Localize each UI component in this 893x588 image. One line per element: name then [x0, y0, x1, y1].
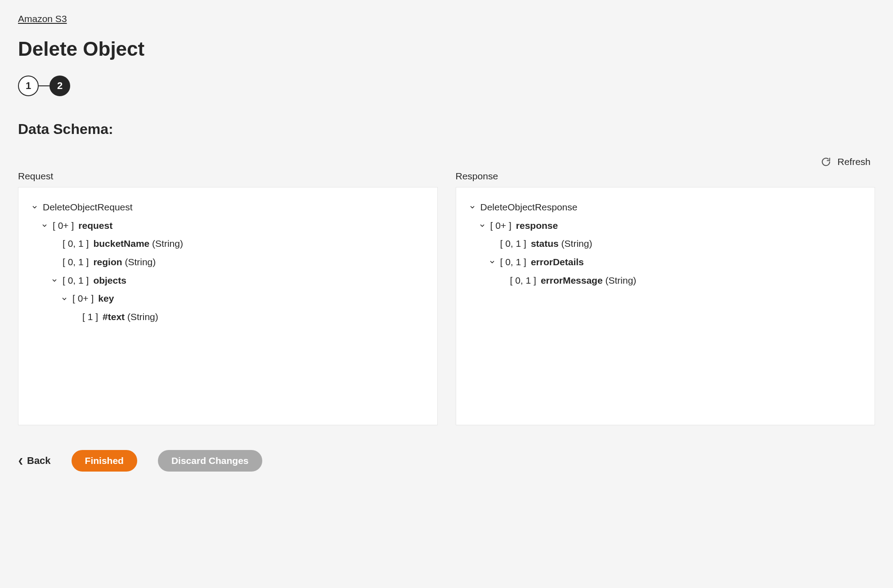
- tree-occurrence: [ 0, 1 ]: [500, 236, 526, 252]
- tree-occurrence: [ 0, 1 ]: [63, 273, 89, 289]
- tree-field-name: request: [78, 218, 112, 234]
- page-title: Delete Object: [18, 38, 875, 60]
- tree-row-objects[interactable]: [ 0, 1 ] objects: [31, 272, 425, 290]
- chevron-down-icon[interactable]: [31, 204, 38, 211]
- tree-row-status[interactable]: [ 0, 1 ] status (String): [469, 235, 862, 253]
- section-title: Data Schema:: [18, 121, 875, 138]
- refresh-icon: [821, 157, 831, 167]
- response-panel: DeleteObjectResponse [ 0+ ] response [ 0…: [456, 187, 875, 425]
- tree-row-text[interactable]: [ 1 ] #text (String): [31, 308, 425, 326]
- chevron-down-icon[interactable]: [51, 277, 58, 284]
- tree-row-key[interactable]: [ 0+ ] key: [31, 290, 425, 308]
- refresh-label: Refresh: [837, 156, 871, 167]
- tree-field-name: bucketName: [93, 238, 149, 249]
- request-column: Request DeleteObjectRequest [ 0+ ] reque…: [18, 171, 438, 425]
- tree-occurrence: [ 0, 1 ]: [63, 254, 89, 270]
- response-label: Response: [456, 171, 875, 182]
- tree-occurrence: [ 0+ ]: [490, 218, 512, 234]
- tree-occurrence: [ 0, 1 ]: [63, 236, 89, 252]
- step-1[interactable]: 1: [18, 76, 39, 96]
- tree-occurrence: [ 0, 1 ]: [500, 254, 526, 270]
- tree-row-errordetails[interactable]: [ 0, 1 ] errorDetails: [469, 253, 862, 272]
- back-label: Back: [27, 455, 51, 467]
- step-connector: [39, 85, 49, 86]
- tree-row-errormessage[interactable]: [ 0, 1 ] errorMessage (String): [469, 272, 862, 290]
- discard-changes-button[interactable]: Discard Changes: [158, 450, 262, 472]
- tree-row-request[interactable]: [ 0+ ] request: [31, 217, 425, 235]
- chevron-down-icon[interactable]: [489, 258, 496, 266]
- tree-row-bucketname[interactable]: [ 0, 1 ] bucketName (String): [31, 235, 425, 253]
- request-label: Request: [18, 171, 438, 182]
- breadcrumb-link[interactable]: Amazon S3: [18, 13, 67, 24]
- tree-row-response[interactable]: [ 0+ ] response: [469, 217, 862, 235]
- tree-field-name: region: [93, 257, 122, 267]
- tree-field-type: (String): [152, 238, 183, 249]
- tree-field-type: (String): [561, 238, 592, 249]
- tree-occurrence: [ 0+ ]: [53, 218, 74, 234]
- tree-occurrence: [ 1 ]: [82, 309, 98, 325]
- chevron-down-icon[interactable]: [61, 295, 68, 303]
- footer-buttons: ❮ Back Finished Discard Changes: [18, 450, 875, 472]
- tree-field-name: errorDetails: [531, 254, 584, 270]
- tree-row-region[interactable]: [ 0, 1 ] region (String): [31, 253, 425, 272]
- request-panel: DeleteObjectRequest [ 0+ ] request [ 0, …: [18, 187, 438, 425]
- tree-field-type: (String): [605, 275, 636, 285]
- tree-field-name: #text: [103, 312, 125, 322]
- tree-occurrence: [ 0, 1 ]: [510, 273, 536, 289]
- step-2: 2: [49, 76, 70, 96]
- refresh-button[interactable]: Refresh: [821, 156, 871, 167]
- tree-field-name: objects: [93, 273, 126, 289]
- chevron-down-icon[interactable]: [479, 222, 486, 229]
- response-column: Response DeleteObjectResponse [ 0+ ] res…: [456, 171, 875, 425]
- chevron-down-icon[interactable]: [41, 222, 48, 229]
- chevron-down-icon[interactable]: [469, 204, 476, 211]
- tree-field-type: (String): [127, 312, 158, 322]
- tree-root-name: DeleteObjectResponse: [480, 200, 578, 215]
- tree-row-root[interactable]: DeleteObjectResponse: [469, 198, 862, 217]
- back-button[interactable]: ❮ Back: [18, 455, 51, 467]
- tree-field-name: key: [98, 291, 114, 307]
- tree-field-type: (String): [125, 257, 156, 267]
- tree-root-name: DeleteObjectRequest: [43, 200, 133, 215]
- tree-field-name: response: [516, 218, 558, 234]
- stepper: 1 2: [18, 76, 875, 96]
- finished-button[interactable]: Finished: [72, 450, 137, 472]
- tree-field-name: status: [531, 238, 559, 249]
- tree-occurrence: [ 0+ ]: [72, 291, 94, 307]
- chevron-left-icon: ❮: [18, 458, 23, 464]
- tree-row-root[interactable]: DeleteObjectRequest: [31, 198, 425, 217]
- tree-field-name: errorMessage: [541, 275, 603, 285]
